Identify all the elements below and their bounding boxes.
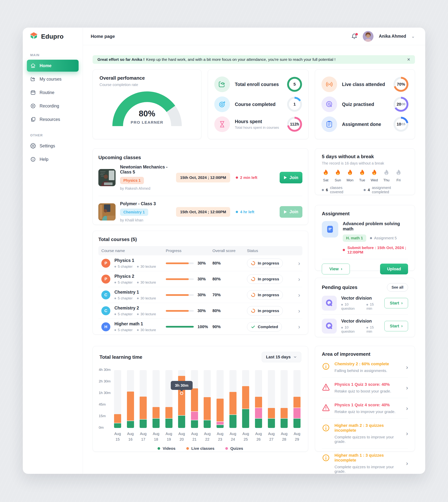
avatar[interactable] — [363, 31, 373, 42]
status-badge: In progress — [247, 259, 283, 268]
streak-day-sat: Sat — [322, 169, 330, 182]
course-row-physics-2[interactable]: P Physics 2 5 chapter30 lecture 30% 80% … — [98, 271, 302, 287]
bar-aug-16[interactable] — [127, 370, 134, 428]
chevron-right-icon: › — [401, 301, 402, 305]
banner-lead: Great effort so far Anika ! — [97, 57, 144, 62]
course-meta: 5 chapter30 lecture — [114, 328, 156, 332]
banner-close-icon[interactable]: × — [407, 57, 410, 62]
bar-aug-18[interactable] — [153, 370, 160, 428]
bar-aug-27[interactable] — [268, 370, 275, 428]
improvement-item-title: Physics 1 Quiz 4 score: 40% — [335, 403, 396, 407]
start-quiz-button[interactable]: Start › — [384, 321, 408, 331]
chart-range-select[interactable]: Last 15 days — [262, 352, 301, 362]
course-row-chemistry-1[interactable]: C Chemistry 1 5 chapter30 lecture 30% 70… — [98, 287, 302, 303]
clipboard-icon — [321, 116, 337, 132]
stat-row-course-completed: Course completed 1 — [214, 96, 302, 112]
chevron-right-icon[interactable]: › — [406, 405, 408, 412]
column-header: Course name — [101, 248, 166, 253]
flame-icon — [334, 174, 342, 177]
chart-tooltip: 3h 30m — [171, 381, 192, 390]
join-button[interactable]: Join — [280, 206, 302, 218]
upcoming-classes-card: Upcoming classes Newtonian Mechanics - C… — [93, 148, 308, 225]
quiz-rows: Vector division 10 question 15 min Start… — [322, 296, 408, 334]
course-progress: 30% — [166, 292, 212, 297]
bullet-icon — [370, 237, 372, 239]
status-badge: Completed — [247, 322, 282, 332]
bar-aug-21[interactable] — [191, 370, 198, 428]
chevron-right-icon[interactable]: › — [406, 364, 408, 371]
course-progress: 30% — [166, 261, 212, 266]
enrollment-stats-card: Total enroll courses 5 Course completed … — [208, 69, 309, 139]
courses-title: Total courses (5) — [98, 237, 302, 242]
row-chevron-right-icon[interactable]: › — [298, 276, 300, 283]
x-tick-label: Aug28 — [281, 431, 288, 442]
x-tick-label: Aug21 — [191, 431, 198, 442]
y-tick-label: 0m — [99, 426, 112, 430]
progress-label: 30% — [197, 261, 206, 266]
sidebar-item-help[interactable]: Help — [27, 153, 79, 165]
course-score: 70% — [212, 292, 247, 297]
bar-aug-25[interactable] — [242, 370, 249, 428]
course-row-physics-1[interactable]: P Physics 1 5 chapter30 lecture 30% 80% … — [98, 255, 302, 271]
x-tick-label: Aug29 — [293, 431, 301, 442]
improvement-item-title: Chemistry 2 : 60% complete — [335, 362, 389, 366]
course-score: 90% — [212, 324, 247, 329]
improvement-row[interactable]: Higher math 1 : 3 quizzes incomplete Com… — [322, 448, 408, 474]
bar-aug-29[interactable] — [293, 370, 301, 428]
user-menu-chevron-down-icon[interactable]: ⌄ — [411, 34, 415, 39]
row-chevron-right-icon[interactable]: › — [298, 323, 300, 330]
streak-day-label: Thu — [383, 178, 390, 182]
course-row-higher-math-1[interactable]: H Higher math 1 5 chapter30 lecture 100%… — [98, 319, 302, 335]
view-button[interactable]: View › — [322, 264, 350, 274]
row-chevron-right-icon[interactable]: › — [298, 291, 300, 299]
upcoming-class-row: Newtonian Mechanics - Class 5 Physics 1 … — [98, 165, 302, 191]
row-chevron-right-icon[interactable]: › — [298, 260, 300, 267]
sidebar-item-my-courses[interactable]: My courses — [27, 73, 79, 85]
bar-aug-28[interactable] — [281, 370, 288, 428]
main-area: Home page — [83, 28, 425, 474]
streak-day-wed: Wed — [370, 169, 378, 182]
hourglass-icon — [214, 116, 230, 132]
improvement-row[interactable]: Physics 1 Quiz 3 score: 40% Retake quiz … — [322, 378, 408, 398]
assignment-due: Submit before : 15th Oct, 2024 ; 12:00PM — [347, 245, 408, 255]
improvement-row[interactable]: Higher math 2 : 3 quizzes incomplete Com… — [322, 419, 408, 448]
stat-row-quiz-practised: Quiz practised 20/30 — [321, 96, 408, 112]
sidebar-item-recording[interactable]: Recording — [27, 100, 79, 112]
improvement-row[interactable]: Physics 1 Quiz 4 score: 40% Retake quiz … — [322, 398, 408, 419]
bar-aug-19[interactable] — [165, 370, 173, 428]
streak-day-label: Sun — [334, 178, 342, 182]
stat-value: 1 — [287, 97, 302, 112]
sidebar-item-routine[interactable]: Routine — [27, 87, 79, 98]
bar-aug-17[interactable] — [140, 370, 147, 428]
join-button[interactable]: Join — [280, 172, 302, 183]
chevron-right-icon[interactable]: › — [406, 384, 408, 391]
sidebar-main-nav: Home My courses Routine Recording Resour… — [23, 60, 83, 125]
improvement-row[interactable]: Chemistry 2 : 60% complete Falling behin… — [322, 357, 408, 378]
sidebar-item-home[interactable]: Home — [27, 60, 79, 72]
course-meta: 5 chapter30 lecture — [114, 280, 156, 285]
upload-button[interactable]: Upload — [380, 264, 408, 274]
sidebar-item-resources[interactable]: Resources — [27, 113, 79, 125]
bar-aug-20[interactable] — [178, 370, 185, 428]
in-progress-icon — [251, 277, 256, 282]
left-column: Upcoming classes Newtonian Mechanics - C… — [93, 148, 308, 452]
streak-title: 5 days without a break — [322, 154, 408, 159]
bar-aug-23[interactable] — [217, 370, 224, 428]
notification-bell-icon[interactable] — [351, 33, 357, 40]
streak-footer: 6 classes covered 4 assignment completed — [322, 186, 408, 194]
bar-aug-24[interactable] — [229, 370, 237, 428]
bar-aug-22[interactable] — [204, 370, 211, 428]
info-circle-icon — [322, 424, 330, 432]
bar-aug-26[interactable] — [255, 370, 262, 428]
course-row-chemistry-2[interactable]: C Chemistry 2 5 chapter30 lecture 30% 80… — [98, 303, 302, 319]
y-tick-label: 2h 30m — [99, 379, 112, 383]
start-quiz-button[interactable]: Start › — [384, 298, 408, 308]
play-icon — [284, 210, 287, 214]
sidebar-item-settings[interactable]: Settings — [27, 140, 79, 152]
row-chevron-right-icon[interactable]: › — [298, 307, 300, 314]
bar-aug-15[interactable] — [114, 370, 121, 428]
improvement-item-title: Physics 1 Quiz 3 score: 40% — [335, 382, 391, 387]
chevron-right-icon[interactable]: › — [406, 430, 408, 437]
see-all-button[interactable]: See all — [387, 283, 408, 291]
chevron-right-icon[interactable]: › — [406, 460, 408, 467]
